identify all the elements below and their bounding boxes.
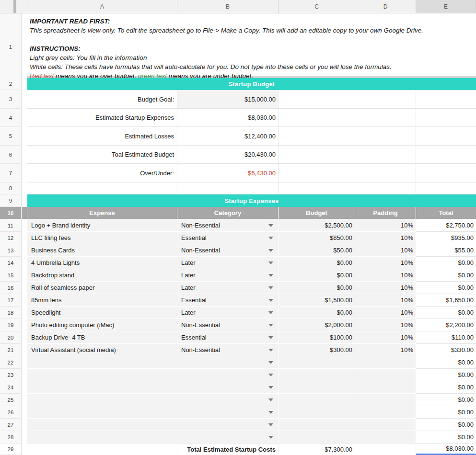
row-number-29[interactable]: 29 xyxy=(0,444,22,455)
empty-cell[interactable] xyxy=(416,127,476,146)
row-number-4[interactable]: 4 xyxy=(0,109,22,127)
column-header-c[interactable]: C xyxy=(279,0,355,13)
empty-cell[interactable] xyxy=(416,164,476,182)
padding-cell[interactable]: 10% xyxy=(355,257,416,269)
expense-name-cell[interactable]: LLC filing fees xyxy=(27,232,177,244)
total-cell[interactable]: $0.00 xyxy=(416,356,476,369)
dropdown-arrow-icon[interactable] xyxy=(268,249,273,252)
total-cell[interactable]: $0.00 xyxy=(416,369,476,381)
empty-cell[interactable] xyxy=(279,146,355,164)
grand-total-cell[interactable]: $8,030.00 xyxy=(416,444,476,455)
column-header-d[interactable]: D xyxy=(355,0,416,13)
empty-cell[interactable] xyxy=(355,109,416,127)
empty-cell[interactable] xyxy=(355,182,416,194)
row-number[interactable]: 18 xyxy=(0,307,22,319)
over-under-label-cell[interactable]: Over/Under: xyxy=(27,164,177,182)
row-number[interactable]: 20 xyxy=(0,331,22,344)
row-number-5[interactable]: 5 xyxy=(0,127,22,146)
row-number[interactable]: 14 xyxy=(0,257,22,269)
category-cell[interactable]: Later xyxy=(177,282,279,294)
empty-cell[interactable] xyxy=(416,109,476,127)
dropdown-arrow-icon[interactable] xyxy=(268,436,273,439)
total-cell[interactable]: $0.00 xyxy=(416,381,476,394)
row-number-2[interactable]: 2 xyxy=(0,78,22,90)
category-cell[interactable]: Non-Essential xyxy=(177,319,279,331)
padding-cell[interactable] xyxy=(355,419,416,431)
dropdown-arrow-icon[interactable] xyxy=(268,286,273,289)
category-cell[interactable]: Later xyxy=(177,257,279,269)
budget-cell[interactable]: $50.00 xyxy=(279,244,355,257)
category-cell[interactable]: Essential xyxy=(177,294,279,307)
dropdown-arrow-icon[interactable] xyxy=(268,224,273,227)
category-cell[interactable] xyxy=(177,394,279,406)
row-number-1[interactable]: 1 xyxy=(0,13,22,80)
expense-name-cell[interactable]: Business Cards xyxy=(27,244,177,257)
instructions-cell[interactable]: IMPORTANT READ FIRST: This spreadsheet i… xyxy=(27,13,476,80)
row-number-8[interactable]: 8 xyxy=(0,182,22,194)
budget-cell[interactable]: $0.00 xyxy=(279,307,355,319)
budget-cell[interactable]: $300.00 xyxy=(279,344,355,356)
row-number[interactable]: 17 xyxy=(0,294,22,307)
empty-cell[interactable] xyxy=(355,146,416,164)
total-estimated-budget-label-cell[interactable]: Toal Estimated Budget xyxy=(27,146,177,164)
budget-cell[interactable] xyxy=(279,356,355,369)
category-cell[interactable]: Essential xyxy=(177,232,279,244)
startup-expenses-label-cell[interactable]: Estimated Startup Expenses xyxy=(27,109,177,127)
budget-cell[interactable] xyxy=(279,394,355,406)
category-cell[interactable] xyxy=(177,406,279,419)
dropdown-arrow-icon[interactable] xyxy=(268,386,273,389)
total-cell[interactable]: $2,200.00 xyxy=(416,319,476,331)
total-cell[interactable]: $0.00 xyxy=(416,269,476,282)
row-number[interactable]: 16 xyxy=(0,282,22,294)
empty-cell[interactable] xyxy=(416,90,476,109)
budget-cell[interactable]: $0.00 xyxy=(279,269,355,282)
row-number[interactable]: 26 xyxy=(0,406,22,419)
expense-name-cell[interactable] xyxy=(27,431,177,444)
column-header-b[interactable]: B xyxy=(177,0,279,13)
expense-name-cell[interactable]: Backdrop stand xyxy=(27,269,177,282)
dropdown-arrow-icon[interactable] xyxy=(268,299,273,302)
empty-cell[interactable] xyxy=(279,127,355,146)
expense-name-cell[interactable]: 4 Umbrella Lights xyxy=(27,257,177,269)
budget-column-header[interactable]: Budget xyxy=(279,207,355,219)
category-cell[interactable] xyxy=(177,369,279,381)
row-number[interactable]: 28 xyxy=(0,431,22,444)
dropdown-arrow-icon[interactable] xyxy=(268,361,273,364)
budget-cell[interactable]: $0.00 xyxy=(279,282,355,294)
expense-name-cell[interactable] xyxy=(27,419,177,431)
expense-name-cell[interactable]: Photo editing computer (iMac) xyxy=(27,319,177,331)
dropdown-arrow-icon[interactable] xyxy=(268,411,273,414)
budget-cell[interactable]: $0.00 xyxy=(279,257,355,269)
total-costs-label-cell[interactable]: Total Estimated Startup Costs xyxy=(177,444,279,455)
row-number[interactable]: 23 xyxy=(0,369,22,381)
row-number[interactable]: 21 xyxy=(0,344,22,356)
padding-cell[interactable]: 10% xyxy=(355,219,416,232)
total-cell[interactable]: $935.00 xyxy=(416,232,476,244)
row-number[interactable]: 27 xyxy=(0,419,22,431)
padding-cell[interactable]: 10% xyxy=(355,344,416,356)
row-number-6[interactable]: 6 xyxy=(0,146,22,164)
freeze-pane-divider[interactable] xyxy=(13,0,16,13)
row-number[interactable]: 24 xyxy=(0,381,22,394)
expense-name-cell[interactable]: Speedlight xyxy=(27,307,177,319)
dropdown-arrow-icon[interactable] xyxy=(268,311,273,314)
dropdown-arrow-icon[interactable] xyxy=(268,398,273,401)
budget-cell[interactable] xyxy=(279,419,355,431)
empty-cell[interactable] xyxy=(355,127,416,146)
empty-cell[interactable] xyxy=(279,109,355,127)
padding-cell[interactable] xyxy=(355,431,416,444)
category-cell[interactable] xyxy=(177,356,279,369)
category-cell[interactable]: Non-Essential xyxy=(177,219,279,232)
padding-cell[interactable]: 10% xyxy=(355,232,416,244)
empty-cell[interactable] xyxy=(279,164,355,182)
total-estimated-budget-value-cell[interactable]: $20,430.00 xyxy=(177,146,279,164)
total-cell[interactable]: $110.00 xyxy=(416,331,476,344)
category-cell[interactable]: Later xyxy=(177,307,279,319)
padding-cell[interactable] xyxy=(355,381,416,394)
empty-cell[interactable] xyxy=(416,182,476,194)
total-cell[interactable]: $1,650.00 xyxy=(416,294,476,307)
budget-cell[interactable] xyxy=(279,431,355,444)
padding-cell[interactable]: 10% xyxy=(355,319,416,331)
dropdown-arrow-icon[interactable] xyxy=(268,262,273,264)
budget-cell[interactable]: $2,500.00 xyxy=(279,219,355,232)
